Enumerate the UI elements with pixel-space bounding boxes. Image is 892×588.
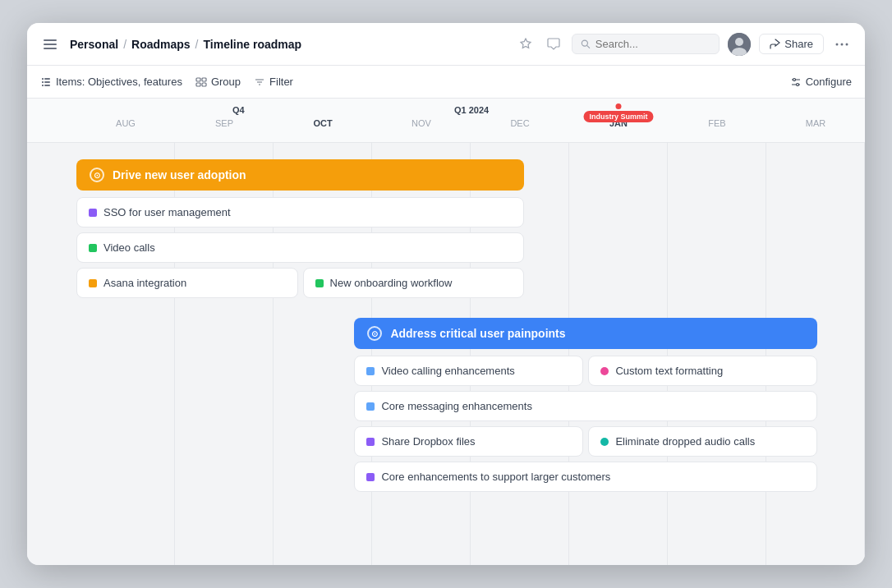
group-icon <box>195 76 207 88</box>
items-filter[interactable]: Items: Objectives, features <box>40 76 182 88</box>
dot-dropbox <box>366 438 375 446</box>
feature-card-audio[interactable]: Eliminate dropped audio calls <box>588 426 817 457</box>
objective-label-address-painpoints: Address critical user painpoints <box>390 327 565 340</box>
feature-row-core-messaging: Core messaging enhancements <box>354 391 817 421</box>
feature-cards-address-painpoints: Video calling enhancements Custom text f… <box>354 356 817 492</box>
dot-video-enhancements <box>366 367 375 375</box>
menu-button[interactable] <box>40 34 60 54</box>
feature-row-core-enhancements: Core enhancements to support larger cust… <box>354 462 817 492</box>
feature-label-onboarding: New onboarding workflow <box>330 277 453 289</box>
dot-core-enhancements <box>366 473 375 481</box>
feature-card-video-enhancements[interactable]: Video calling enhancements <box>354 356 583 386</box>
feature-row-asana-onboarding: Asana integration New onboarding workflo… <box>76 268 524 298</box>
filter-label: Filter <box>269 76 293 88</box>
share-button[interactable]: Share <box>759 34 824 54</box>
feature-cards-drive-adoption: SSO for user management Video calls Asan… <box>76 197 524 298</box>
month-sep: SEP <box>175 118 274 142</box>
breadcrumb-part2[interactable]: Roadmaps <box>131 38 191 51</box>
avatar <box>728 33 751 56</box>
timeline-header: Q4 Q1 2024 AUG SEP OCT NOV DEC JAN Indus… <box>27 99 865 143</box>
objective-icon-drive-adoption: ⊙ <box>90 168 104 182</box>
svg-rect-0 <box>44 39 57 41</box>
dot-onboarding <box>315 279 324 287</box>
q4-label: Q4 <box>232 105 245 115</box>
items-label: Items: Objectives, features <box>56 76 182 88</box>
svg-point-6 <box>735 38 743 46</box>
filter-icon <box>254 76 265 88</box>
configure-label: Configure <box>806 76 852 88</box>
q1-label: Q1 2024 <box>454 105 489 115</box>
share-icon <box>770 39 780 49</box>
breadcrumb-sep2: / <box>195 38 199 51</box>
feature-label-core-messaging: Core messaging enhancements <box>381 400 532 412</box>
feature-label-dropbox: Share Dropbox files <box>381 435 475 448</box>
star-button[interactable] <box>516 34 536 54</box>
objective-icon-address-painpoints: ⊙ <box>367 326 382 341</box>
breadcrumb-part3[interactable]: Timeline roadmap <box>204 38 302 51</box>
milestone-marker: Industry Summit <box>583 103 653 122</box>
month-jan: JAN Industry Summit <box>569 118 668 142</box>
dot-custom-text <box>600 367 609 375</box>
dot-asana <box>89 279 97 287</box>
feature-label-sso: SSO for user management <box>103 206 231 218</box>
svg-rect-14 <box>44 81 50 83</box>
breadcrumb-part1[interactable]: Personal <box>70 38 118 51</box>
feature-card-onboarding[interactable]: New onboarding workflow <box>303 268 525 298</box>
comment-button[interactable] <box>544 34 563 54</box>
dot-video-calls <box>89 244 97 252</box>
objective-bar-address-painpoints[interactable]: ⊙ Address critical user painpoints <box>354 318 817 349</box>
svg-line-4 <box>587 46 590 48</box>
feature-row-video-custom: Video calling enhancements Custom text f… <box>354 356 817 386</box>
svg-rect-15 <box>42 85 44 86</box>
configure-button[interactable]: Configure <box>790 76 852 88</box>
feature-row-video-calls: Video calls <box>76 232 524 263</box>
svg-rect-19 <box>196 83 200 86</box>
search-input[interactable] <box>595 38 710 50</box>
list-icon <box>40 76 52 88</box>
search-bar[interactable] <box>572 34 720 54</box>
filter-button[interactable]: Filter <box>254 76 293 88</box>
feature-card-core-enhancements[interactable]: Core enhancements to support larger cust… <box>354 462 817 492</box>
svg-point-27 <box>796 83 798 85</box>
objective-drive-adoption: ⊙ Drive new user adoption SSO for user m… <box>76 159 524 298</box>
feature-card-custom-text[interactable]: Custom text formatting <box>588 356 817 386</box>
svg-rect-13 <box>42 81 44 83</box>
svg-point-3 <box>582 40 588 46</box>
group-label: Group <box>211 76 241 88</box>
toolbar: Items: Objectives, features Group Filter <box>27 66 865 99</box>
breadcrumb: Personal / Roadmaps / Timeline roadmap <box>70 38 301 51</box>
svg-rect-12 <box>44 78 50 80</box>
main-content: ⊙ Drive new user adoption SSO for user m… <box>27 143 865 565</box>
svg-point-26 <box>793 78 795 80</box>
feature-label-core-enhancements: Core enhancements to support larger cust… <box>381 471 610 483</box>
feature-card-asana[interactable]: Asana integration <box>76 268 298 298</box>
more-button[interactable] <box>832 39 852 49</box>
month-aug: AUG <box>76 118 175 142</box>
svg-rect-17 <box>196 78 200 81</box>
group-button[interactable]: Group <box>195 76 241 88</box>
objective-bar-drive-adoption[interactable]: ⊙ Drive new user adoption <box>76 159 524 191</box>
feature-card-dropbox[interactable]: Share Dropbox files <box>354 426 583 457</box>
header-actions: Share <box>516 33 852 56</box>
feature-card-video-calls[interactable]: Video calls <box>76 232 524 263</box>
share-label: Share <box>784 38 813 50</box>
configure-icon <box>790 76 802 88</box>
svg-point-8 <box>836 43 839 45</box>
month-mar: MAR <box>766 118 865 142</box>
app-window: Personal / Roadmaps / Timeline roadmap <box>27 23 865 565</box>
month-nov: NOV <box>372 118 471 142</box>
feature-label-video-enhancements: Video calling enhancements <box>381 365 514 377</box>
svg-point-10 <box>846 43 848 45</box>
feature-card-sso[interactable]: SSO for user management <box>76 197 524 227</box>
objective-address-painpoints: ⊙ Address critical user painpoints Video… <box>354 318 817 492</box>
dot-audio <box>600 438 609 446</box>
month-dec: DEC <box>471 118 569 142</box>
feature-label-audio: Eliminate dropped audio calls <box>615 435 755 448</box>
feature-card-core-messaging[interactable]: Core messaging enhancements <box>354 391 817 421</box>
feature-label-video-calls: Video calls <box>103 241 155 254</box>
feature-label-custom-text: Custom text formatting <box>615 365 723 377</box>
svg-rect-18 <box>202 78 206 81</box>
dot-core-messaging <box>366 402 375 411</box>
milestone-label: Industry Summit <box>583 111 653 122</box>
month-oct: OCT <box>274 118 372 142</box>
